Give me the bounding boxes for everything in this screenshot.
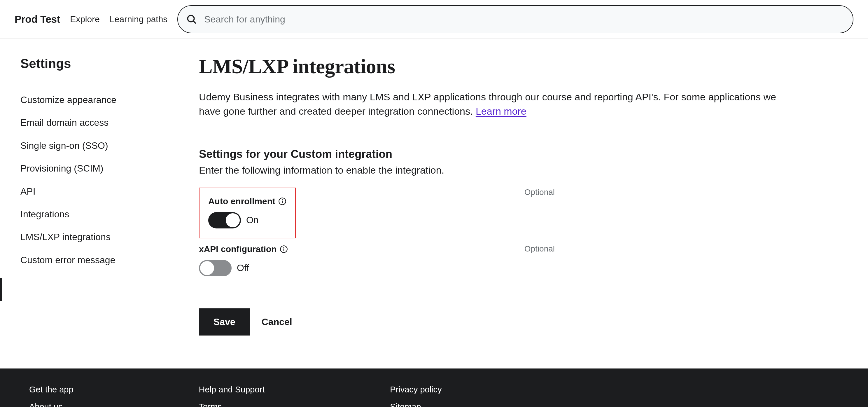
footer-privacy-policy[interactable]: Privacy policy <box>390 385 442 395</box>
sidebar-item-custom-error-message[interactable]: Custom error message <box>21 249 164 271</box>
xapi-label-line: xAPI configuration <box>199 244 288 254</box>
footer-about-us[interactable]: About us <box>29 402 73 407</box>
intro-paragraph: Udemy Business integrates with many LMS … <box>199 90 782 119</box>
sidebar-item-email-domain-access[interactable]: Email domain access <box>21 111 164 134</box>
footer-get-the-app[interactable]: Get the app <box>29 385 73 395</box>
sidebar-item-provisioning-scim[interactable]: Provisioning (SCIM) <box>21 157 164 180</box>
sidebar-item-api[interactable]: API <box>21 180 164 203</box>
svg-point-4 <box>282 199 283 200</box>
search-input[interactable] <box>197 14 845 25</box>
footer: Get the app About us Help and Support Te… <box>0 369 868 407</box>
section-subtext: Enter the following information to enabl… <box>199 164 839 176</box>
search-bar[interactable] <box>177 5 854 33</box>
header: Prod Test Explore Learning paths <box>0 0 868 39</box>
sidebar-title: Settings <box>21 56 164 71</box>
page-title: LMS/LXP integrations <box>199 55 839 78</box>
xapi-state: Off <box>237 262 249 273</box>
active-indicator <box>0 278 2 301</box>
footer-col-1: Get the app About us <box>29 385 73 407</box>
auto-enrollment-label-line: Auto enrollment <box>208 196 286 206</box>
svg-point-7 <box>283 247 284 248</box>
sidebar-item-lms-lxp-integrations[interactable]: LMS/LXP integrations <box>21 225 164 248</box>
sidebar-item-single-sign-on[interactable]: Single sign-on (SSO) <box>21 134 164 157</box>
auto-enrollment-state: On <box>246 215 259 225</box>
auto-enrollment-toggle[interactable] <box>208 212 241 228</box>
body: Settings Customize appearance Email doma… <box>0 39 868 369</box>
toggle-knob <box>226 213 240 227</box>
settings-sidebar: Settings Customize appearance Email doma… <box>0 39 184 369</box>
auto-enrollment-toggle-line: On <box>208 212 286 228</box>
toggle-knob <box>200 261 214 275</box>
form-actions: Save Cancel <box>199 308 839 336</box>
xapi-row: xAPI configuration Off Optional <box>199 244 555 276</box>
auto-enrollment-optional: Optional <box>524 188 555 197</box>
section-heading: Settings for your Custom integration <box>199 148 839 160</box>
learn-more-link[interactable]: Learn more <box>476 105 526 117</box>
cancel-button[interactable]: Cancel <box>261 317 292 327</box>
auto-enrollment-highlight: Auto enrollment On <box>199 188 296 238</box>
brand-name[interactable]: Prod Test <box>14 13 60 25</box>
info-icon[interactable] <box>278 197 286 206</box>
xapi-label: xAPI configuration <box>199 244 277 254</box>
xapi-toggle[interactable] <box>199 260 231 276</box>
svg-point-0 <box>188 15 194 22</box>
footer-col-2: Help and Support Terms <box>199 385 265 407</box>
nav-explore[interactable]: Explore <box>70 14 100 24</box>
nav-learning-paths[interactable]: Learning paths <box>110 14 168 24</box>
search-icon <box>186 14 197 25</box>
info-icon[interactable] <box>280 245 288 253</box>
svg-line-1 <box>193 21 196 23</box>
xapi-optional: Optional <box>524 244 555 254</box>
sidebar-item-integrations[interactable]: Integrations <box>21 203 164 225</box>
save-button[interactable]: Save <box>199 308 250 336</box>
footer-terms[interactable]: Terms <box>199 402 265 407</box>
top-nav: Explore Learning paths <box>70 14 167 24</box>
main-content: LMS/LXP integrations Udemy Business inte… <box>184 39 868 369</box>
auto-enrollment-row: Auto enrollment On Optional <box>199 188 555 244</box>
auto-enrollment-label: Auto enrollment <box>208 196 275 206</box>
footer-help-and-support[interactable]: Help and Support <box>199 385 265 395</box>
footer-sitemap[interactable]: Sitemap <box>390 402 442 407</box>
xapi-toggle-line: Off <box>199 260 288 276</box>
sidebar-item-customize-appearance[interactable]: Customize appearance <box>21 88 164 111</box>
footer-col-3: Privacy policy Sitemap <box>390 385 442 407</box>
